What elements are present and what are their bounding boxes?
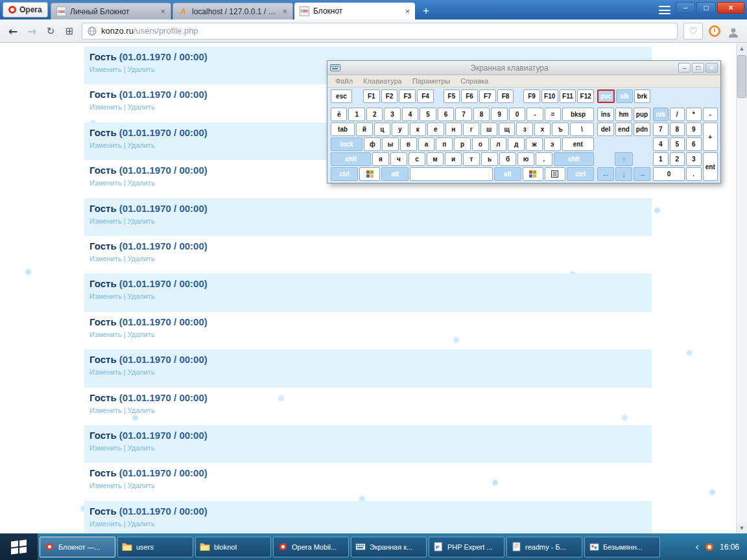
tab-close-icon[interactable]: ×: [160, 6, 165, 16]
osk-key-в[interactable]: в: [400, 137, 417, 151]
osk-key-ф[interactable]: ф: [364, 137, 381, 151]
osk-key-ц[interactable]: ц: [374, 122, 390, 136]
delete-link[interactable]: Удалить: [128, 103, 155, 111]
osk-key-й[interactable]: й: [356, 122, 372, 136]
osk-key-lock[interactable]: lock: [331, 137, 362, 151]
osk-key-9[interactable]: 9: [686, 122, 702, 136]
taskbar-item-2[interactable]: users: [117, 537, 193, 557]
osk-key-F9[interactable]: F9: [523, 89, 540, 103]
osk-key-end[interactable]: end: [615, 122, 632, 136]
osk-key-3[interactable]: 3: [384, 108, 400, 121]
osk-key-menu[interactable]: [545, 167, 565, 181]
delete-link[interactable]: Удалить: [128, 255, 155, 262]
osk-key-.[interactable]: .: [686, 167, 702, 181]
osk-key-del[interactable]: del: [597, 122, 614, 136]
osk-key--[interactable]: -: [703, 108, 718, 121]
minimize-button[interactable]: –: [676, 2, 695, 14]
osk-key-F6[interactable]: F6: [461, 89, 478, 103]
osk-key-shft[interactable]: shft: [331, 152, 371, 166]
osk-key-↑[interactable]: ↑: [615, 152, 632, 166]
osk-key-д[interactable]: д: [508, 137, 525, 151]
osk-key-F4[interactable]: F4: [417, 89, 434, 103]
osk-key-г[interactable]: г: [463, 122, 479, 136]
osk-key-о[interactable]: о: [472, 137, 489, 151]
osk-key-у[interactable]: у: [392, 122, 408, 136]
osk-key-F8[interactable]: F8: [497, 89, 514, 103]
start-button[interactable]: [0, 533, 38, 560]
osk-key-ж[interactable]: ж: [526, 137, 543, 151]
user-icon[interactable]: [726, 24, 741, 38]
osk-key-б[interactable]: б: [499, 152, 516, 166]
osk-key-6[interactable]: 6: [686, 137, 702, 151]
edit-link[interactable]: Изменить: [89, 520, 122, 528]
tab-close-icon[interactable]: ×: [405, 6, 410, 16]
osk-key-pdn[interactable]: pdn: [634, 122, 650, 136]
scroll-down-arrow[interactable]: ▼: [737, 522, 747, 533]
osk-key-win[interactable]: [359, 167, 380, 181]
osk-key-т[interactable]: т: [463, 152, 480, 166]
tab-menu-icon[interactable]: [659, 6, 670, 14]
delete-link[interactable]: Удалить: [128, 179, 155, 187]
edit-link[interactable]: Изменить: [89, 217, 122, 225]
osk-key-э[interactable]: э: [544, 137, 561, 151]
osk-key-4[interactable]: 4: [402, 108, 418, 121]
edit-link[interactable]: Изменить: [89, 179, 122, 187]
osk-maximize-button[interactable]: □: [692, 63, 704, 73]
osk-key-1[interactable]: 1: [653, 152, 669, 166]
osk-key-ent[interactable]: ent: [562, 137, 594, 151]
osk-key--[interactable]: -: [527, 108, 543, 121]
osk-key-+[interactable]: +: [703, 122, 718, 151]
scrollbar-thumb[interactable]: [737, 55, 746, 98]
osk-key-/[interactable]: /: [670, 108, 685, 121]
osk-key-=[interactable]: =: [545, 108, 561, 121]
delete-link[interactable]: Удалить: [128, 444, 155, 452]
osk-key-к[interactable]: к: [410, 122, 426, 136]
osk-key-brk[interactable]: brk: [634, 89, 650, 103]
osk-key-ctrl[interactable]: ctrl: [567, 167, 594, 181]
osk-key-ш[interactable]: ш: [480, 122, 497, 136]
osk-key-ы[interactable]: ы: [382, 137, 399, 151]
tab-2[interactable]: Alocalhost / 127.0.0.1 / kon×: [172, 3, 293, 19]
close-button[interactable]: ×: [717, 2, 744, 14]
taskbar-item-1[interactable]: Блокнот —...: [40, 537, 115, 557]
delete-link[interactable]: Удалить: [128, 406, 155, 414]
osk-key-↓[interactable]: ↓: [615, 167, 632, 181]
tab-3[interactable]: CMSБлокнот×: [294, 3, 415, 19]
scroll-up-arrow[interactable]: ▲: [737, 43, 747, 54]
taskbar-item-6[interactable]: PPHP Expert ...: [429, 537, 504, 557]
osk-titlebar[interactable]: Экранная клавиатура – □ ×: [327, 61, 720, 75]
osk-key-ctrl[interactable]: ctrl: [331, 167, 358, 181]
edit-link[interactable]: Изменить: [89, 406, 122, 414]
taskbar-item-5[interactable]: Экранная к...: [351, 537, 427, 557]
osk-key-hm[interactable]: hm: [615, 108, 632, 121]
osk-key-щ[interactable]: щ: [499, 122, 515, 136]
osk-key-F3[interactable]: F3: [399, 89, 416, 103]
tray-collapse-arrow[interactable]: ‹: [695, 541, 699, 553]
osk-key-psc[interactable]: psc: [597, 89, 615, 103]
delete-link[interactable]: Удалить: [128, 482, 155, 489]
osk-key-н[interactable]: н: [445, 122, 462, 136]
opera-menu-button[interactable]: Opera: [3, 2, 48, 18]
tab-close-icon[interactable]: ×: [282, 6, 287, 16]
osk-key-F1[interactable]: F1: [363, 89, 380, 103]
osk-key-alt[interactable]: alt: [381, 167, 409, 181]
osk-key-я[interactable]: я: [372, 152, 389, 166]
osk-key-7[interactable]: 7: [455, 108, 471, 121]
edit-link[interactable]: Изменить: [89, 65, 122, 73]
delete-link[interactable]: Удалить: [128, 520, 155, 528]
osk-key-tab[interactable]: tab: [331, 122, 355, 136]
osk-key-м[interactable]: м: [427, 152, 444, 166]
tab-1[interactable]: CMSЛичный Блокнот×: [51, 3, 171, 19]
osk-key-и[interactable]: и: [445, 152, 462, 166]
osk-key-pup[interactable]: pup: [634, 108, 650, 121]
osk-key-ч[interactable]: ч: [390, 152, 407, 166]
osk-key-е[interactable]: е: [427, 122, 444, 136]
taskbar-item-8[interactable]: Безымянн...: [584, 537, 660, 557]
osk-key-а[interactable]: а: [418, 137, 435, 151]
osk-key-F2[interactable]: F2: [381, 89, 398, 103]
delete-link[interactable]: Удалить: [128, 292, 155, 300]
taskbar-item-7[interactable]: readmy - Б...: [506, 537, 582, 557]
osk-key-5[interactable]: 5: [420, 108, 436, 121]
edit-link[interactable]: Изменить: [89, 255, 122, 262]
osk-key-р[interactable]: р: [454, 137, 471, 151]
